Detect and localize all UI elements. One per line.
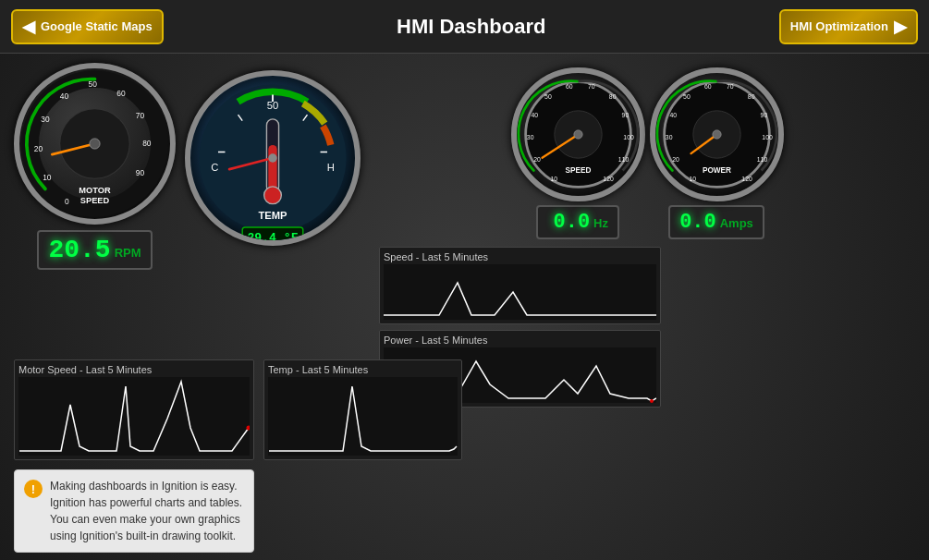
svg-text:70: 70 <box>587 83 594 90</box>
info-box: ! Making dashboards in Ignition is easy.… <box>14 469 254 553</box>
svg-text:SPEED: SPEED <box>80 196 110 205</box>
svg-text:110: 110 <box>756 156 767 163</box>
speed-unit: Hz <box>593 216 608 230</box>
motor-speed-chart-panel: Motor Speed - Last 5 Minutes <box>14 359 254 460</box>
svg-text:10: 10 <box>550 176 557 182</box>
svg-text:90: 90 <box>760 112 767 118</box>
svg-point-14 <box>90 139 100 149</box>
svg-text:60: 60 <box>116 89 126 98</box>
svg-text:30: 30 <box>41 115 50 124</box>
svg-text:50: 50 <box>89 79 98 89</box>
left-arrow-icon: ◀ <box>22 17 35 37</box>
svg-text:120: 120 <box>603 176 614 182</box>
svg-text:80: 80 <box>747 93 754 100</box>
power-chart-title: Power - Last 5 Minutes <box>384 335 656 346</box>
motor-speed-gauge: 0 10 20 30 40 50 60 70 80 <box>14 63 176 225</box>
svg-point-66 <box>712 130 720 139</box>
svg-point-49 <box>573 130 581 139</box>
motor-speed-chart-title: Motor Speed - Last 5 Minutes <box>18 364 250 375</box>
power-display: 0.0 Amps <box>668 205 764 239</box>
temp-chart-panel: Temp - Last 5 Minutes <box>263 359 462 460</box>
svg-text:POWER: POWER <box>702 166 730 175</box>
svg-rect-71 <box>19 377 249 456</box>
speed-display: 0.0 Hz <box>536 205 619 239</box>
svg-text:10: 10 <box>43 173 52 182</box>
motor-speed-value: 20.5 <box>48 236 110 264</box>
svg-text:50: 50 <box>544 93 552 100</box>
svg-text:10: 10 <box>689 176 696 182</box>
power-value: 0.0 <box>679 211 716 234</box>
header: ◀ Google Static Maps HMI Dashboard HMI O… <box>0 0 929 54</box>
svg-text:TEMP: TEMP <box>258 210 287 221</box>
svg-text:20: 20 <box>672 156 679 163</box>
speed-chart-title: Speed - Last 5 Minutes <box>384 251 656 262</box>
svg-text:90: 90 <box>621 112 629 118</box>
svg-text:40: 40 <box>669 112 677 118</box>
svg-rect-27 <box>268 145 276 190</box>
google-maps-label: Google Static Maps <box>41 19 153 33</box>
motor-speed-display: 20.5 RPM <box>37 230 152 270</box>
temp-chart-title: Temp - Last 5 Minutes <box>268 364 458 375</box>
svg-text:50: 50 <box>683 93 691 100</box>
svg-text:60: 60 <box>704 83 712 90</box>
svg-text:40: 40 <box>531 112 538 118</box>
power-unit: Amps <box>720 216 753 230</box>
hmi-optimization-button[interactable]: HMI Optimization ▶ <box>779 9 918 44</box>
svg-text:MOTOR: MOTOR <box>79 186 111 195</box>
svg-point-31 <box>268 153 276 162</box>
svg-point-28 <box>264 187 282 204</box>
google-maps-button[interactable]: ◀ Google Static Maps <box>11 9 164 44</box>
svg-text:100: 100 <box>623 134 634 140</box>
svg-text:H: H <box>327 162 335 173</box>
speed-gauge: 10 20 30 40 50 60 70 80 90 100 110 120 <box>511 67 645 201</box>
svg-text:SPEED: SPEED <box>565 166 591 175</box>
page-title: HMI Dashboard <box>164 15 779 39</box>
motor-speed-unit: RPM <box>115 246 141 260</box>
svg-text:100: 100 <box>762 134 773 140</box>
power-gauge: 10 20 30 40 50 60 70 80 90 100 110 120 <box>650 67 784 201</box>
svg-text:C: C <box>211 162 218 173</box>
speed-chart-panel: Speed - Last 5 Minutes <box>379 247 661 324</box>
info-text: Making dashboards in Ignition is easy. I… <box>50 478 244 544</box>
speed-value: 0.0 <box>554 211 591 234</box>
hmi-optimization-label: HMI Optimization <box>790 19 888 33</box>
svg-text:29.4 °F: 29.4 °F <box>247 231 298 240</box>
svg-text:0: 0 <box>65 197 69 206</box>
svg-text:90: 90 <box>136 168 145 177</box>
svg-text:110: 110 <box>617 156 629 163</box>
info-icon: ! <box>24 480 43 498</box>
svg-text:80: 80 <box>608 93 616 100</box>
svg-text:80: 80 <box>142 139 152 148</box>
svg-text:120: 120 <box>741 176 752 182</box>
right-arrow-icon: ▶ <box>894 17 907 37</box>
svg-text:40: 40 <box>60 91 69 101</box>
svg-text:20: 20 <box>533 156 541 163</box>
svg-rect-68 <box>384 264 656 320</box>
svg-text:60: 60 <box>566 83 573 90</box>
svg-text:30: 30 <box>665 134 672 140</box>
temp-gauge: C H 50 TEMP 29.4 °F <box>185 70 361 246</box>
svg-text:70: 70 <box>136 111 145 120</box>
svg-rect-73 <box>269 377 457 456</box>
svg-text:70: 70 <box>726 83 733 90</box>
svg-text:20: 20 <box>34 144 43 153</box>
svg-text:30: 30 <box>526 134 533 140</box>
